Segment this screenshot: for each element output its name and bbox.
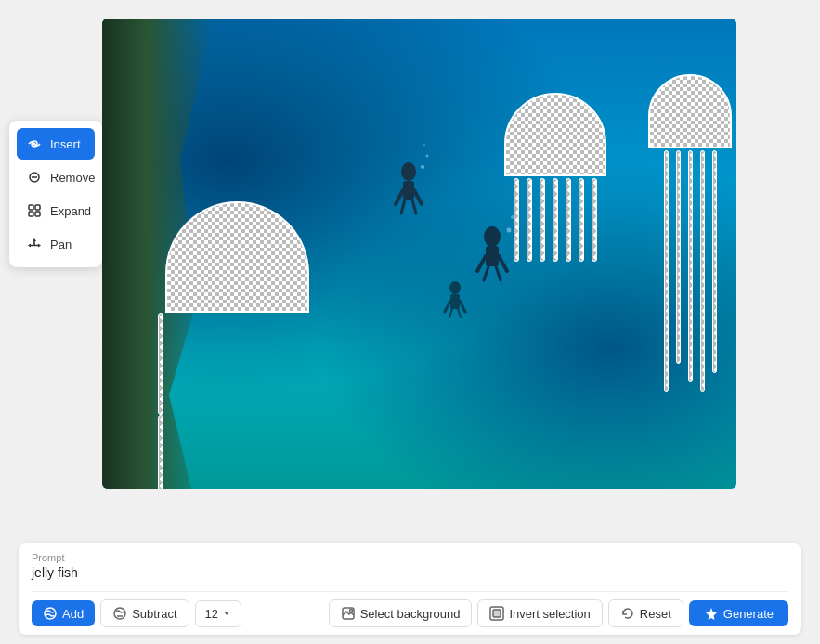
tentacle [688, 150, 693, 382]
number-value: 12 [205, 607, 218, 621]
svg-rect-5 [35, 205, 40, 210]
prompt-actions: Add Subtract 12 [32, 591, 788, 635]
remove-icon [26, 169, 43, 186]
select-background-label: Select background [360, 607, 461, 621]
jellyfish-1-tentacles [495, 178, 616, 262]
jellyfish-1 [495, 93, 616, 260]
generate-icon [704, 606, 719, 621]
tool-expand[interactable]: Expand [17, 195, 95, 226]
select-background-button[interactable]: Select background [329, 599, 473, 627]
generate-button[interactable]: Generate [689, 600, 788, 626]
tentacle [676, 150, 681, 364]
chevron-down-icon [222, 609, 231, 618]
tool-insert[interactable]: Insert [17, 128, 95, 160]
svg-point-35 [349, 610, 352, 612]
tentacle [553, 178, 558, 262]
reset-button[interactable]: Reset [608, 599, 683, 627]
tool-remove[interactable]: Remove [17, 161, 95, 193]
actions-right: Select background Invert selection Reset [329, 599, 788, 627]
invert-selection-button[interactable]: Invert selection [477, 599, 602, 627]
prompt-input[interactable]: jelly fish [32, 565, 788, 587]
subtract-label: Subtract [132, 607, 176, 621]
pan-icon [26, 236, 43, 252]
add-label: Add [62, 607, 84, 621]
svg-point-31 [45, 608, 56, 619]
generate-label: Generate [723, 607, 774, 621]
tool-expand-label: Expand [50, 204, 91, 218]
expand-icon [26, 202, 43, 219]
tool-panel: Insert Remove Expand [9, 121, 102, 267]
tentacle [700, 150, 705, 392]
tool-insert-label: Insert [50, 137, 81, 151]
tentacle [514, 178, 519, 262]
prompt-label: Prompt [32, 552, 788, 563]
jellyfish-2-body [165, 201, 309, 313]
main-area: Insert Remove Expand [0, 0, 820, 534]
svg-rect-7 [35, 212, 40, 216]
select-background-icon [341, 606, 356, 621]
svg-rect-6 [29, 212, 33, 216]
invert-selection-label: Invert selection [509, 607, 590, 621]
number-button[interactable]: 12 [195, 600, 241, 627]
add-icon [43, 606, 58, 621]
jellyfish-3 [644, 74, 736, 399]
jellyfish-3-tentacles [644, 150, 736, 392]
tool-pan-label: Pan [50, 238, 72, 251]
jellyfish-2-tentacles [158, 313, 316, 489]
canvas-image [102, 19, 736, 489]
tentacle [579, 178, 584, 262]
svg-rect-37 [493, 610, 501, 617]
tentacle [664, 150, 669, 392]
tentacle [158, 313, 163, 415]
tentacle [158, 415, 163, 489]
tentacle [540, 178, 545, 262]
bottom-panel: Prompt jelly fish Add Subtract [0, 534, 820, 644]
tentacle [566, 178, 571, 262]
svg-point-32 [114, 608, 125, 619]
svg-point-1 [33, 143, 36, 146]
jellyfish-1-body [504, 93, 606, 176]
subtract-button[interactable]: Subtract [100, 599, 189, 627]
reset-label: Reset [640, 607, 671, 621]
canvas-container[interactable] [102, 19, 736, 489]
jellyfish-3-body [648, 74, 732, 148]
tool-remove-label: Remove [50, 171, 95, 185]
jellyfish-2 [158, 201, 316, 415]
insert-icon [26, 135, 43, 152]
reset-icon [620, 606, 635, 621]
tentacle [592, 178, 597, 262]
tentacle [527, 178, 532, 262]
subtract-icon [112, 606, 127, 621]
tentacle [712, 150, 717, 373]
tool-pan[interactable]: Pan [17, 228, 95, 260]
prompt-box: Prompt jelly fish Add Subtract [19, 543, 801, 635]
invert-selection-icon [489, 606, 504, 621]
add-button[interactable]: Add [32, 600, 95, 626]
svg-rect-4 [29, 205, 33, 210]
